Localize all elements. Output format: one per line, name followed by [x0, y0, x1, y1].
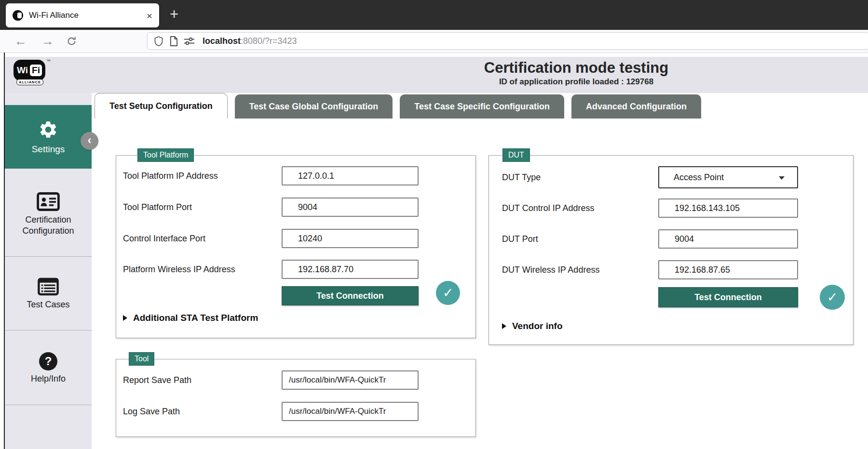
chevron-down-icon: [779, 176, 785, 180]
tool-platform-legend: Tool Platform: [137, 148, 194, 162]
sidebar-item-test-cases[interactable]: Test Cases: [5, 277, 92, 310]
log-save-path-label: Log Save Path: [123, 401, 180, 422]
sidebar-item-settings[interactable]: Settings: [5, 105, 92, 169]
url-text: localhost:8080/?r=3423: [203, 36, 297, 46]
browser-tab-title: Wi-Fi Alliance: [29, 11, 143, 20]
dut-control-ip-label: DUT Control IP Address: [502, 198, 594, 218]
tool-platform-port-label: Tool Platform Port: [123, 197, 192, 217]
collapsed-arrow-icon: [502, 323, 506, 329]
report-save-path-label: Report Save Path: [123, 370, 191, 390]
dut-wireless-ip-label: DUT Wireless IP Address: [502, 260, 599, 280]
dut-test-connection-button[interactable]: Test Connection: [658, 287, 798, 307]
platform-wireless-ip-label: Platform Wireless IP Address: [123, 259, 235, 279]
tool-platform-connection-success-icon: ✓: [436, 281, 460, 305]
logo-fi-text: Fi: [29, 64, 43, 77]
additional-sta-label: Additional STA Test Platform: [133, 313, 258, 323]
profile-id-subtitle: ID of application profile loaded : 12976…: [275, 77, 868, 87]
tool-fieldset: Tool Report Save Path Log Save Path: [116, 359, 476, 437]
dut-type-selected-value: Access Point: [674, 172, 724, 183]
sidebar: Settings Certification Configuration: [5, 93, 92, 449]
page-info-icon[interactable]: [170, 36, 178, 46]
logo-wi-text: Wi: [17, 65, 28, 76]
dut-control-ip-input[interactable]: [658, 198, 798, 218]
platform-wireless-ip-input[interactable]: [282, 260, 419, 279]
wifi-alliance-favicon-icon: [13, 10, 23, 21]
sidebar-divider: [5, 330, 92, 330]
sidebar-cert-label-line1: Certification: [25, 214, 71, 225]
reload-icon: [66, 36, 77, 47]
dut-port-label: DUT Port: [502, 229, 538, 249]
url-path: :8080/?r=3423: [241, 36, 297, 46]
tab-test-setup-configuration[interactable]: Test Setup Configuration: [95, 93, 228, 119]
page-title: Certification mode testing: [275, 59, 868, 77]
test-list-icon: [38, 277, 59, 296]
tool-platform-ip-input[interactable]: [282, 166, 419, 185]
help-icon: ?: [39, 352, 57, 370]
wifi-alliance-logo: Wi Fi ™ ALLIANCE: [13, 59, 53, 92]
tab-close-icon[interactable]: ×: [143, 11, 152, 21]
browser-tab-wifi-alliance[interactable]: Wi-Fi Alliance ×: [6, 3, 159, 27]
tool-platform-ip-label: Tool Platform IP Address: [123, 166, 218, 186]
app-header: Wi Fi ™ ALLIANCE Certification mode test…: [5, 57, 868, 93]
url-bar[interactable]: localhost:8080/?r=3423: [147, 32, 868, 50]
vendor-info-toggle[interactable]: Vendor info: [502, 321, 563, 331]
dut-type-label: DUT Type: [502, 167, 541, 187]
dut-connection-success-icon: ✓: [820, 285, 845, 310]
dut-fieldset: DUT DUT Type Access Point DUT Control IP…: [488, 155, 854, 345]
collapsed-arrow-icon: [123, 315, 127, 321]
tab-test-case-global-configuration[interactable]: Test Case Global Configuration: [235, 94, 393, 119]
forward-button[interactable]: →: [41, 32, 54, 50]
tool-legend: Tool: [129, 352, 154, 366]
logo-alliance-text: ALLIANCE: [16, 79, 43, 85]
sidebar-divider: [5, 256, 92, 257]
tab-test-case-specific-configuration[interactable]: Test Case Specific Configuration: [400, 94, 564, 119]
browser-tab-strip: Wi-Fi Alliance × +: [0, 0, 868, 30]
additional-sta-test-platform-toggle[interactable]: Additional STA Test Platform: [123, 313, 258, 323]
url-host: localhost: [203, 36, 241, 46]
permissions-sliders-icon[interactable]: [184, 37, 194, 45]
dut-legend: DUT: [502, 148, 530, 162]
dut-port-input[interactable]: [658, 229, 798, 249]
report-save-path-input[interactable]: [282, 370, 419, 390]
tool-platform-fieldset: Tool Platform Tool Platform IP Address T…: [116, 155, 476, 338]
sidebar-item-help-info[interactable]: ? Help/Info: [5, 352, 92, 384]
screen: Wi-Fi Alliance × + ← → localhost:8080/?r: [0, 0, 868, 449]
dut-wireless-ip-input[interactable]: [658, 260, 798, 279]
wifi-logo-blob: Wi Fi: [14, 60, 45, 81]
help-question-glyph: ?: [45, 355, 52, 368]
page-tabs: Test Setup Configuration Test Case Globa…: [95, 93, 708, 119]
dut-type-select[interactable]: Access Point: [658, 166, 798, 188]
sidebar-help-label: Help/Info: [31, 373, 66, 384]
new-tab-button[interactable]: +: [170, 6, 178, 23]
sidebar-divider: [5, 405, 92, 405]
control-interface-port-label: Control Interface Port: [123, 228, 205, 249]
chevron-left-icon: ‹: [88, 134, 92, 146]
tool-platform-test-connection-button[interactable]: Test Connection: [282, 286, 419, 305]
sidebar-collapse-button[interactable]: ‹: [81, 132, 98, 150]
tool-platform-port-input[interactable]: [282, 198, 419, 217]
log-save-path-input[interactable]: [282, 402, 419, 421]
control-interface-port-input[interactable]: [282, 229, 419, 248]
sidebar-item-certification-configuration[interactable]: Certification Configuration: [5, 192, 92, 237]
shield-icon[interactable]: [154, 36, 163, 47]
sidebar-settings-label: Settings: [32, 144, 65, 155]
logo-trademark: ™: [46, 59, 51, 64]
gear-icon: [38, 119, 58, 140]
vendor-info-label: Vendor info: [512, 321, 563, 331]
reload-button[interactable]: [66, 36, 77, 49]
sidebar-test-cases-label: Test Cases: [27, 299, 69, 310]
back-button[interactable]: ←: [14, 32, 27, 50]
id-card-icon: [37, 192, 60, 211]
sidebar-cert-label-line2: Configuration: [22, 225, 74, 237]
tab-advanced-configuration[interactable]: Advanced Configuration: [571, 94, 701, 119]
